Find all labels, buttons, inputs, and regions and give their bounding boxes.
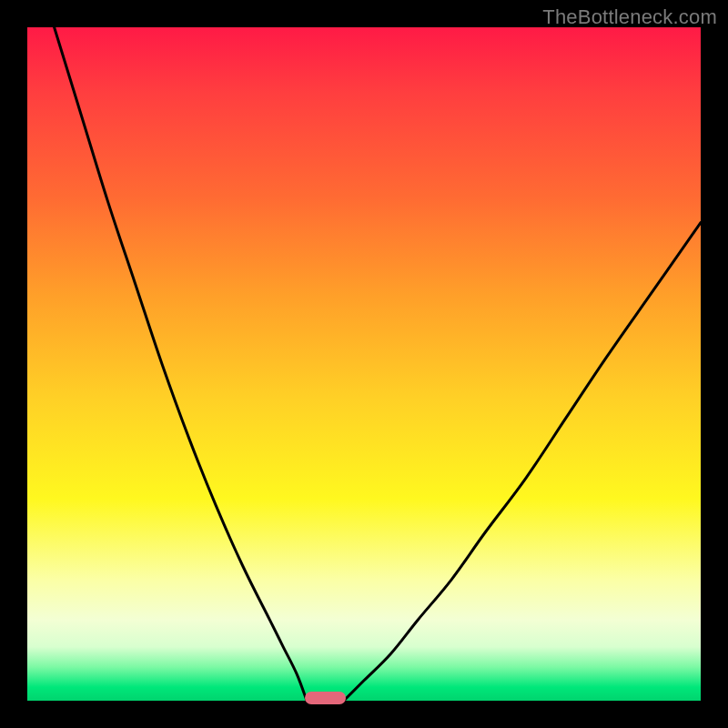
curve-left-branch	[55, 27, 308, 701]
bottleneck-curve	[27, 27, 701, 701]
plot-area	[27, 27, 701, 701]
chart-frame: TheBottleneck.com	[0, 0, 728, 728]
curve-right-branch	[344, 223, 701, 701]
bottleneck-marker	[305, 692, 346, 704]
watermark-text: TheBottleneck.com	[542, 5, 717, 29]
